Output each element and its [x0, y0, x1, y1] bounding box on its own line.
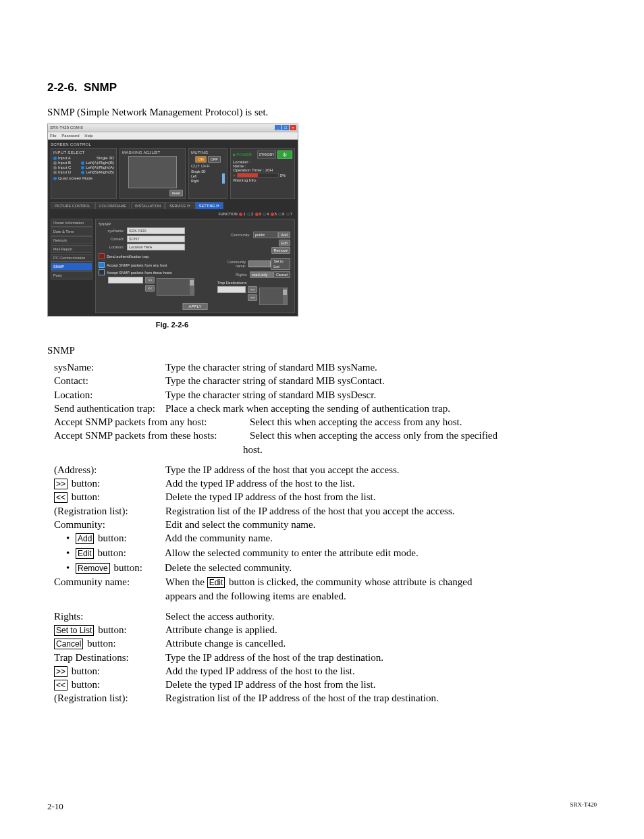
d-addip-label: >> button: [54, 477, 165, 490]
cutoff-button[interactable] [223, 178, 225, 184]
keycap-add-icon: >> [54, 479, 68, 489]
muting-title: MUTING [191, 151, 225, 155]
right-label: Right [191, 179, 199, 183]
del-trap-button[interactable]: << [248, 294, 257, 301]
trap-list[interactable] [259, 288, 288, 305]
sysname-input[interactable]: SRX-T420 [127, 227, 185, 234]
d-authtrap-label: Send authentication trap: [54, 402, 165, 415]
figure: SRX-T420 COM 8 _ □ × File Password Help … [47, 124, 597, 329]
standby-button[interactable]: STANDBY [257, 151, 276, 159]
trap-address-input[interactable] [217, 286, 246, 293]
cutoff-label: CUT OFF [191, 164, 225, 168]
d-location-label: Location: [54, 388, 165, 402]
muting-on-button[interactable]: ON [195, 156, 206, 163]
radio-icon[interactable] [81, 161, 84, 165]
page: 2-2-6. SNMP SNMP (Simple Network Managem… [0, 0, 644, 839]
maximize-icon[interactable]: □ [282, 125, 289, 130]
radio-icon[interactable] [53, 177, 57, 180]
tab-setting[interactable]: SETTING ⟳ [195, 202, 223, 209]
muting-off-button[interactable]: OFF [208, 156, 221, 163]
apply-button[interactable]: APPLY [183, 303, 208, 310]
scrollbar[interactable] [283, 288, 287, 304]
d-community-text: Edit and select the community name. [165, 518, 597, 531]
auth-trap-checkbox[interactable] [99, 253, 105, 259]
radio-icon[interactable] [53, 166, 57, 169]
screen-control-label: SCREEN CONTROL [51, 142, 295, 146]
close-icon[interactable]: × [290, 125, 296, 130]
d-rights-text: Select the access authority. [165, 610, 597, 623]
input-d-mode: Left(B)/Right(B) [86, 170, 114, 174]
add-host-button[interactable]: >> [145, 277, 155, 283]
d-commname-text2: appears and the following items are enab… [165, 589, 597, 603]
remove-community-button[interactable]: Remove [271, 247, 290, 254]
accept-any-radio[interactable] [99, 262, 105, 268]
panel-masking: MASKING ADJUST reset [119, 148, 186, 199]
minimize-icon[interactable]: _ [275, 125, 281, 130]
sidebar-item-mail[interactable]: Mail Report [51, 245, 92, 253]
comm-name-input[interactable] [248, 261, 271, 267]
rights-select[interactable]: read-only [250, 271, 273, 278]
community-select[interactable]: public [253, 232, 278, 238]
window-titlebar[interactable]: SRX-T420 COM 8 _ □ × [48, 124, 298, 132]
trap-dest-label: Trap Destinations: [217, 281, 290, 285]
set-to-list-button[interactable]: Set to List [271, 258, 290, 270]
d-sysname-label: sysName: [54, 360, 165, 374]
tab-service[interactable]: SERVICE ⟳ [165, 202, 194, 209]
sidebar-item-network[interactable]: Network [51, 236, 92, 244]
location-input[interactable]: Location Here [127, 244, 185, 250]
tab-color-frame[interactable]: COLOR/FRAME [95, 202, 130, 209]
add-community-button[interactable]: Add [278, 232, 290, 238]
host-list[interactable] [157, 278, 194, 296]
main-tabs: PICTURE CONTROL COLOR/FRAME INSTALLATION… [51, 202, 295, 209]
accept-these-radio[interactable] [99, 269, 105, 275]
d-add-label: Add button: [76, 531, 165, 546]
d-commname-text: When the Edit button is clicked, the com… [165, 575, 597, 589]
del-host-button[interactable]: << [145, 285, 155, 292]
sidebar-item-snmp[interactable]: SNMP [51, 263, 92, 271]
d-sysname-text: Type the character string of standard MI… [165, 360, 597, 374]
d-contact-text: Type the character string of standard MI… [165, 374, 597, 387]
tab-installation[interactable]: INSTALLATION [131, 202, 165, 209]
menu-help[interactable]: Help [84, 134, 92, 138]
radio-icon[interactable] [53, 157, 57, 160]
radio-icon[interactable] [81, 166, 84, 169]
radio-icon[interactable] [81, 171, 84, 174]
host-address-input[interactable] [108, 277, 143, 283]
d-anyhost-text: Select this when accepting the access fr… [250, 415, 597, 429]
keycap-del-icon: << [54, 492, 68, 503]
menubar[interactable]: File Password Help [48, 132, 298, 140]
d-thesehosts-label: Accept SNMP packets from these hosts: [54, 429, 250, 442]
cancel-button[interactable]: Cancel [273, 271, 290, 278]
keycap-add-icon: >> [54, 666, 68, 677]
d-community-label: Community: [54, 518, 165, 531]
sidebar-item-datetime[interactable]: Date & Time [51, 227, 92, 236]
masking-canvas[interactable] [128, 156, 177, 188]
sidebar-item-ports[interactable]: Ports [51, 271, 92, 279]
menu-password[interactable]: Password [61, 134, 79, 138]
radio-icon[interactable] [53, 161, 57, 165]
tab-picture-control[interactable]: PICTURE CONTROL [51, 202, 95, 209]
add-trap-button[interactable]: >> [248, 286, 257, 293]
intro-text: SNMP (Simple Network Management Protocol… [47, 107, 597, 118]
page-number: 2-10 [47, 801, 63, 812]
d-thesehosts-text2: host. [47, 443, 597, 456]
sidebar-item-owner[interactable]: Owner Information [51, 219, 92, 227]
d-authtrap-text: Place a check mark when accepting the se… [165, 402, 597, 415]
keycap-cancel: Cancel [54, 639, 83, 649]
scrollbar[interactable] [190, 279, 194, 295]
input-c-mode: Left(A)/Right(A) [86, 165, 114, 169]
page-footer: 2-10 SRX-T420 [47, 801, 597, 812]
power-label: POWER [236, 153, 252, 157]
input-select-title: INPUT SELECT [53, 151, 114, 155]
contact-input[interactable]: SONY [127, 236, 185, 242]
edit-community-button[interactable]: Edit [279, 240, 290, 246]
power-on-button[interactable]: ⏻ [277, 151, 292, 159]
radio-icon[interactable] [53, 171, 57, 174]
reset-button[interactable]: reset [169, 190, 183, 196]
d-cancel-label: Cancel button: [54, 637, 165, 650]
d-delip-text: Delete the typed IP address of the host … [165, 490, 597, 504]
menu-file[interactable]: File [50, 134, 57, 138]
sidebar-item-pccomm[interactable]: PC Communication [51, 254, 92, 262]
d-remove-text: Delete the selected community. [165, 561, 597, 576]
snmp-panel: SNMP sysName:SRX-T420 Contact:SONY Locat… [95, 219, 295, 313]
